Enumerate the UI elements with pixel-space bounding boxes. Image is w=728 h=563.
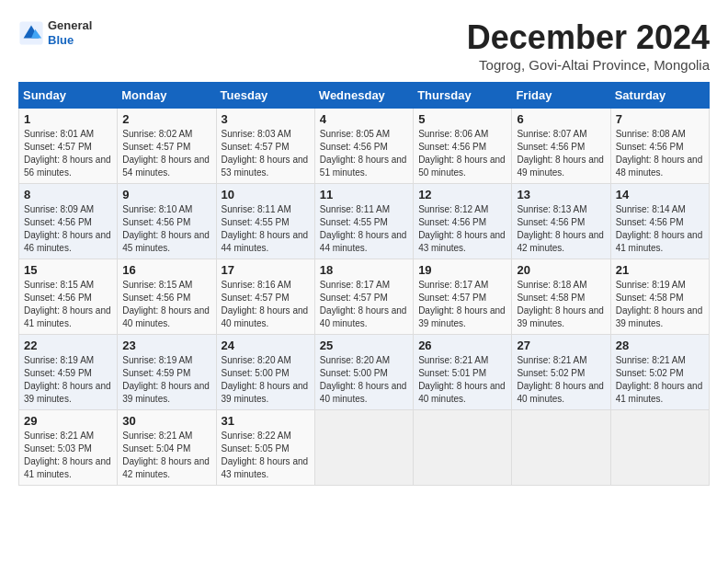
calendar-cell: 26Sunrise: 8:21 AM Sunset: 5:01 PM Dayli… <box>414 335 512 410</box>
day-info: Sunrise: 8:20 AM Sunset: 5:00 PM Dayligh… <box>320 354 408 406</box>
calendar-cell: 28Sunrise: 8:21 AM Sunset: 5:02 PM Dayli… <box>610 335 709 410</box>
calendar-cell: 9Sunrise: 8:10 AM Sunset: 4:56 PM Daylig… <box>118 184 216 259</box>
day-info: Sunrise: 8:16 AM Sunset: 4:57 PM Dayligh… <box>222 279 310 330</box>
day-info: Sunrise: 8:01 AM Sunset: 4:57 PM Dayligh… <box>24 128 112 179</box>
day-number: 28 <box>616 339 704 352</box>
calendar-header-row: SundayMondayTuesdayWednesdayThursdayFrid… <box>19 83 710 109</box>
day-info: Sunrise: 8:03 AM Sunset: 4:57 PM Dayligh… <box>222 128 310 179</box>
calendar-cell: 16Sunrise: 8:15 AM Sunset: 4:56 PM Dayli… <box>118 259 216 335</box>
day-info: Sunrise: 8:02 AM Sunset: 4:57 PM Dayligh… <box>122 128 210 179</box>
day-number: 20 <box>517 263 605 277</box>
calendar-header-sunday: Sunday <box>19 83 118 109</box>
day-number: 16 <box>122 263 210 277</box>
day-number: 27 <box>517 339 605 352</box>
day-info: Sunrise: 8:09 AM Sunset: 4:56 PM Dayligh… <box>24 203 112 255</box>
logo-icon <box>18 20 44 46</box>
day-number: 7 <box>616 112 704 126</box>
calendar-cell: 3Sunrise: 8:03 AM Sunset: 4:57 PM Daylig… <box>216 109 314 184</box>
title-area: December 2024 Togrog, Govi-Altai Provinc… <box>467 18 710 73</box>
calendar-cell: 7Sunrise: 8:08 AM Sunset: 4:56 PM Daylig… <box>610 109 709 184</box>
calendar-cell: 20Sunrise: 8:18 AM Sunset: 4:58 PM Dayli… <box>512 259 610 335</box>
day-number: 5 <box>418 112 506 126</box>
calendar-cell <box>610 410 709 486</box>
calendar-cell: 18Sunrise: 8:17 AM Sunset: 4:57 PM Dayli… <box>314 259 413 335</box>
day-number: 3 <box>222 112 310 126</box>
calendar-cell: 4Sunrise: 8:05 AM Sunset: 4:56 PM Daylig… <box>314 109 413 184</box>
calendar-cell: 5Sunrise: 8:06 AM Sunset: 4:56 PM Daylig… <box>414 109 512 184</box>
day-number: 24 <box>222 339 310 352</box>
day-number: 12 <box>418 188 506 201</box>
day-info: Sunrise: 8:21 AM Sunset: 5:04 PM Dayligh… <box>122 430 210 481</box>
calendar-cell: 1Sunrise: 8:01 AM Sunset: 4:57 PM Daylig… <box>19 109 118 184</box>
day-info: Sunrise: 8:22 AM Sunset: 5:05 PM Dayligh… <box>222 430 310 481</box>
logo-blue-text: Blue <box>48 33 92 48</box>
calendar-cell: 22Sunrise: 8:19 AM Sunset: 4:59 PM Dayli… <box>19 335 118 410</box>
calendar-cell: 14Sunrise: 8:14 AM Sunset: 4:56 PM Dayli… <box>610 184 709 259</box>
calendar-cell: 21Sunrise: 8:19 AM Sunset: 4:58 PM Dayli… <box>610 259 709 335</box>
day-info: Sunrise: 8:19 AM Sunset: 4:58 PM Dayligh… <box>616 279 704 330</box>
day-number: 11 <box>320 188 408 201</box>
calendar-header-saturday: Saturday <box>610 83 709 109</box>
day-number: 30 <box>122 414 210 428</box>
location-subtitle: Togrog, Govi-Altai Province, Mongolia <box>467 57 710 73</box>
day-number: 23 <box>122 339 210 352</box>
logo-general-text: General <box>48 18 92 33</box>
calendar-cell: 19Sunrise: 8:17 AM Sunset: 4:57 PM Dayli… <box>414 259 512 335</box>
day-info: Sunrise: 8:10 AM Sunset: 4:56 PM Dayligh… <box>122 203 210 255</box>
day-number: 31 <box>222 414 310 428</box>
calendar-header-friday: Friday <box>512 83 610 109</box>
calendar-header-thursday: Thursday <box>414 83 512 109</box>
calendar-cell: 13Sunrise: 8:13 AM Sunset: 4:56 PM Dayli… <box>512 184 610 259</box>
day-info: Sunrise: 8:15 AM Sunset: 4:56 PM Dayligh… <box>122 279 210 330</box>
calendar-week-row: 29Sunrise: 8:21 AM Sunset: 5:03 PM Dayli… <box>19 410 710 486</box>
day-number: 2 <box>122 112 210 126</box>
day-number: 1 <box>24 112 112 126</box>
calendar-table: SundayMondayTuesdayWednesdayThursdayFrid… <box>18 82 710 486</box>
day-info: Sunrise: 8:17 AM Sunset: 4:57 PM Dayligh… <box>320 279 408 330</box>
day-info: Sunrise: 8:19 AM Sunset: 4:59 PM Dayligh… <box>122 354 210 406</box>
month-title: December 2024 <box>467 18 710 57</box>
calendar-week-row: 8Sunrise: 8:09 AM Sunset: 4:56 PM Daylig… <box>19 184 710 259</box>
day-info: Sunrise: 8:17 AM Sunset: 4:57 PM Dayligh… <box>418 279 506 330</box>
day-info: Sunrise: 8:12 AM Sunset: 4:56 PM Dayligh… <box>418 203 506 255</box>
day-number: 15 <box>24 263 112 277</box>
day-info: Sunrise: 8:05 AM Sunset: 4:56 PM Dayligh… <box>320 128 408 179</box>
calendar-cell: 30Sunrise: 8:21 AM Sunset: 5:04 PM Dayli… <box>118 410 216 486</box>
day-info: Sunrise: 8:08 AM Sunset: 4:56 PM Dayligh… <box>616 128 704 179</box>
logo-text: General Blue <box>48 18 92 47</box>
day-info: Sunrise: 8:18 AM Sunset: 4:58 PM Dayligh… <box>517 279 605 330</box>
calendar-cell <box>512 410 610 486</box>
day-info: Sunrise: 8:20 AM Sunset: 5:00 PM Dayligh… <box>222 354 310 406</box>
calendar-cell: 12Sunrise: 8:12 AM Sunset: 4:56 PM Dayli… <box>414 184 512 259</box>
calendar-week-row: 1Sunrise: 8:01 AM Sunset: 4:57 PM Daylig… <box>19 109 710 184</box>
day-number: 17 <box>222 263 310 277</box>
day-number: 26 <box>418 339 506 352</box>
day-info: Sunrise: 8:21 AM Sunset: 5:02 PM Dayligh… <box>517 354 605 406</box>
day-info: Sunrise: 8:13 AM Sunset: 4:56 PM Dayligh… <box>517 203 605 255</box>
day-info: Sunrise: 8:15 AM Sunset: 4:56 PM Dayligh… <box>24 279 112 330</box>
calendar-cell <box>414 410 512 486</box>
day-info: Sunrise: 8:19 AM Sunset: 4:59 PM Dayligh… <box>24 354 112 406</box>
day-number: 29 <box>24 414 112 428</box>
day-number: 9 <box>122 188 210 201</box>
day-info: Sunrise: 8:06 AM Sunset: 4:56 PM Dayligh… <box>418 128 506 179</box>
calendar-cell: 8Sunrise: 8:09 AM Sunset: 4:56 PM Daylig… <box>19 184 118 259</box>
calendar-week-row: 22Sunrise: 8:19 AM Sunset: 4:59 PM Dayli… <box>19 335 710 410</box>
calendar-cell: 17Sunrise: 8:16 AM Sunset: 4:57 PM Dayli… <box>216 259 314 335</box>
day-number: 8 <box>24 188 112 201</box>
calendar-cell: 25Sunrise: 8:20 AM Sunset: 5:00 PM Dayli… <box>314 335 413 410</box>
calendar-cell: 11Sunrise: 8:11 AM Sunset: 4:55 PM Dayli… <box>314 184 413 259</box>
calendar-cell: 6Sunrise: 8:07 AM Sunset: 4:56 PM Daylig… <box>512 109 610 184</box>
day-number: 6 <box>517 112 605 126</box>
calendar-cell: 10Sunrise: 8:11 AM Sunset: 4:55 PM Dayli… <box>216 184 314 259</box>
day-number: 10 <box>222 188 310 201</box>
calendar-cell: 15Sunrise: 8:15 AM Sunset: 4:56 PM Dayli… <box>19 259 118 335</box>
day-info: Sunrise: 8:21 AM Sunset: 5:03 PM Dayligh… <box>24 430 112 481</box>
day-number: 22 <box>24 339 112 352</box>
calendar-cell <box>314 410 413 486</box>
calendar-cell: 2Sunrise: 8:02 AM Sunset: 4:57 PM Daylig… <box>118 109 216 184</box>
day-number: 13 <box>517 188 605 201</box>
day-number: 18 <box>320 263 408 277</box>
day-number: 4 <box>320 112 408 126</box>
calendar-header-tuesday: Tuesday <box>216 83 314 109</box>
